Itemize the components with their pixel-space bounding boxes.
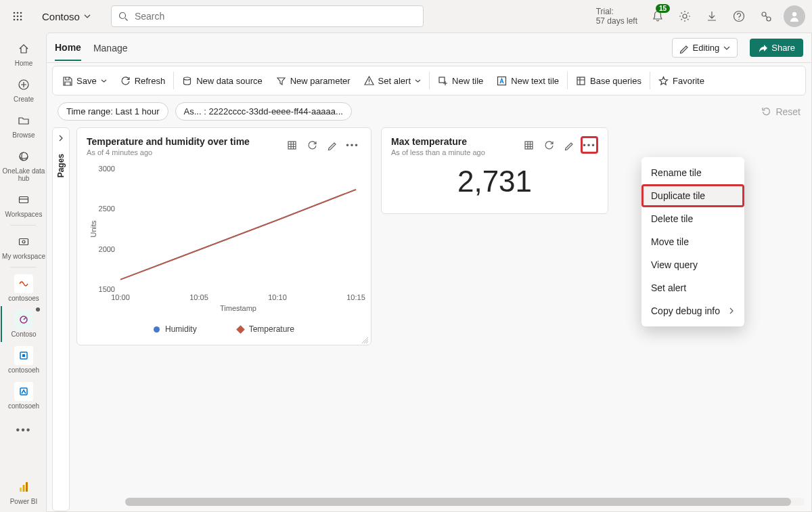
gear-icon xyxy=(679,10,691,22)
tab-manage[interactable]: Manage xyxy=(93,43,128,60)
svg-point-2 xyxy=(20,12,22,14)
nav-item-contosoes[interactable]: contosoes xyxy=(1,270,45,306)
star-icon xyxy=(658,76,669,86)
svg-point-12 xyxy=(738,19,740,20)
kql-icon xyxy=(18,386,29,397)
tile-edit-button[interactable] xyxy=(323,136,341,154)
nav-create[interactable]: Create xyxy=(1,71,45,107)
new-tile-button[interactable]: New tile xyxy=(431,66,490,95)
tile-subtitle: As of less than a minute ago xyxy=(391,148,485,156)
plus-circle-icon xyxy=(18,79,30,91)
share-button[interactable]: Share xyxy=(750,39,803,57)
refresh-button[interactable]: Refresh xyxy=(114,66,173,95)
svg-rect-24 xyxy=(20,388,27,395)
tile-explore-button[interactable] xyxy=(520,136,537,154)
svg-text:2000: 2000 xyxy=(99,245,115,253)
queries-icon xyxy=(576,76,586,86)
notifications-button[interactable]: 15 xyxy=(646,4,670,28)
nav-onelake[interactable]: OneLake data hub xyxy=(1,143,45,186)
svg-text:3000: 3000 xyxy=(99,165,115,173)
time-range-pill[interactable]: Time range: Last 1 hour xyxy=(58,102,168,121)
tile-edit-button[interactable] xyxy=(560,136,578,154)
download-button[interactable] xyxy=(700,4,724,28)
table-icon xyxy=(524,140,534,150)
svg-point-5 xyxy=(20,16,22,18)
parameter-pill[interactable]: As... : 2222cccc-33dd-eeee-ff44-aaaaa... xyxy=(175,102,352,121)
chevron-right-icon xyxy=(728,305,735,316)
nav-browse[interactable]: Browse xyxy=(1,107,45,143)
new-text-tile-button[interactable]: New text tile xyxy=(490,66,566,95)
tab-home[interactable]: Home xyxy=(55,42,81,61)
legend-humidity[interactable]: Humidity xyxy=(154,324,197,334)
person-icon xyxy=(788,10,800,22)
nav-item-contoso[interactable]: Contoso xyxy=(1,306,45,342)
tile-refresh-button[interactable] xyxy=(540,136,558,154)
refresh-icon xyxy=(120,76,131,86)
tile-more-button[interactable]: ••• xyxy=(344,136,361,154)
favorite-button[interactable]: Favorite xyxy=(652,66,711,95)
horizontal-scrollbar[interactable] xyxy=(125,498,805,509)
tile-more-button[interactable]: ••• xyxy=(581,136,598,154)
base-queries-button[interactable]: Base queries xyxy=(569,66,648,95)
svg-text:Units: Units xyxy=(89,220,97,238)
new-parameter-button[interactable]: New parameter xyxy=(269,66,357,95)
tile-title: Max temperature xyxy=(391,136,485,147)
account-button[interactable] xyxy=(784,5,805,27)
menu-delete-tile[interactable]: Delete tile xyxy=(641,207,744,230)
grid-icon xyxy=(13,12,22,21)
mode-button[interactable]: Editing xyxy=(672,38,738,58)
eventstream-icon xyxy=(18,278,29,289)
svg-rect-23 xyxy=(22,354,25,357)
workspaces-icon xyxy=(18,194,30,206)
tab-row: Home Manage Editing Share xyxy=(47,33,811,63)
menu-rename-tile[interactable]: Rename tile xyxy=(641,161,744,184)
tile-explore-button[interactable] xyxy=(283,136,300,154)
nav-my-workspace[interactable]: My workspace xyxy=(1,228,45,264)
menu-copy-debug[interactable]: Copy debug info xyxy=(641,299,744,322)
reset-button[interactable]: Reset xyxy=(761,106,800,117)
resize-handle[interactable] xyxy=(362,336,369,343)
settings-button[interactable] xyxy=(673,4,697,28)
filter-icon xyxy=(276,76,286,86)
undo-icon xyxy=(761,106,771,116)
nav-more[interactable]: ••• xyxy=(1,417,45,444)
toolbar: Save Refresh New data source New paramet… xyxy=(52,66,806,95)
onelake-icon xyxy=(18,150,30,163)
legend-temperature[interactable]: Temperature xyxy=(238,324,294,334)
chevron-down-icon xyxy=(415,78,421,84)
svg-rect-30 xyxy=(439,77,445,83)
menu-view-query[interactable]: View query xyxy=(641,253,744,276)
workspace-name: Contoso xyxy=(42,11,80,22)
powerbi-icon xyxy=(18,482,29,492)
menu-move-tile[interactable]: Move tile xyxy=(641,230,744,253)
svg-text:10:00: 10:00 xyxy=(111,293,130,301)
chevron-down-icon xyxy=(84,13,91,20)
resize-icon xyxy=(362,337,369,344)
menu-set-alert[interactable]: Set alert xyxy=(641,276,744,299)
new-datasource-button[interactable]: New data source xyxy=(175,66,269,95)
help-button[interactable] xyxy=(727,4,751,28)
notification-badge: 15 xyxy=(656,4,670,13)
app-launcher-button[interactable] xyxy=(7,5,28,27)
set-alert-button[interactable]: Set alert xyxy=(357,66,428,95)
nav-item-contosoeh-1[interactable]: contosoeh xyxy=(1,342,45,378)
search-box[interactable] xyxy=(111,5,424,27)
pencil-icon xyxy=(328,140,338,150)
svg-text:10:10: 10:10 xyxy=(268,293,287,301)
tile-refresh-button[interactable] xyxy=(303,136,321,154)
menu-duplicate-tile[interactable]: Duplicate tile xyxy=(641,184,744,207)
tile-add-icon xyxy=(438,76,448,86)
workspace-selector[interactable]: Contoso xyxy=(38,8,95,25)
nav-product[interactable]: Power BI xyxy=(1,473,45,512)
nav-item-contosoeh-2[interactable]: contosoeh xyxy=(1,378,45,414)
save-button[interactable]: Save xyxy=(55,66,114,95)
feedback-button[interactable] xyxy=(754,4,778,28)
topbar: Contoso Trial: 57 days left 15 xyxy=(0,0,812,33)
feedback-icon xyxy=(760,10,772,22)
svg-rect-32 xyxy=(577,77,585,85)
eventhouse-icon xyxy=(18,350,29,361)
nav-home[interactable]: Home xyxy=(1,35,45,71)
nav-workspaces[interactable]: Workspaces xyxy=(1,186,45,222)
search-input[interactable] xyxy=(133,10,416,22)
expand-pages-button[interactable] xyxy=(53,131,68,146)
